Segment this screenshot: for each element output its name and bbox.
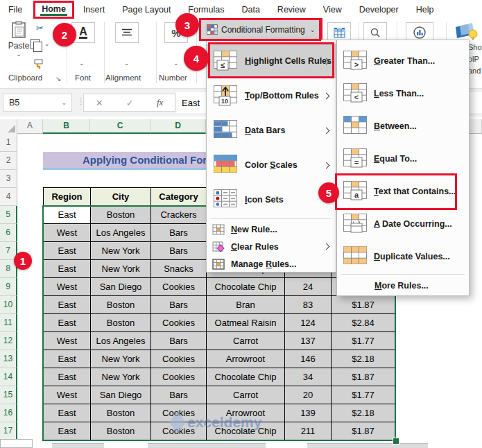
table-cell[interactable]: Boston bbox=[91, 296, 151, 314]
table-cell[interactable]: Boston bbox=[91, 206, 151, 224]
table-cell[interactable]: Bars bbox=[151, 242, 207, 260]
table-cell[interactable]: Cookies bbox=[151, 368, 207, 386]
table-cell[interactable]: East bbox=[44, 368, 91, 386]
tab-file[interactable]: File bbox=[8, 5, 22, 15]
table-cell[interactable]: West bbox=[44, 278, 91, 296]
table-cell[interactable]: East bbox=[44, 422, 91, 440]
column-header-A[interactable]: A bbox=[17, 119, 43, 134]
cut-icon[interactable]: ✂ bbox=[36, 23, 44, 33]
confirm-entry-icon[interactable]: ✓ bbox=[126, 98, 134, 108]
table-cell[interactable]: $2.84 bbox=[332, 314, 395, 332]
paste-dropdown-chevron[interactable]: ⌄ bbox=[6, 51, 32, 58]
table-cell[interactable]: East bbox=[44, 242, 91, 260]
table-cell[interactable]: $1.87 bbox=[332, 422, 395, 440]
table-cell[interactable]: San Diego bbox=[91, 278, 151, 296]
table-cell[interactable]: 137 bbox=[285, 332, 332, 350]
table-cell[interactable]: 83 bbox=[285, 296, 332, 314]
menu-item-new-rule[interactable]: New Rule... bbox=[207, 221, 336, 238]
table-header-cell[interactable]: Region bbox=[44, 188, 91, 206]
tab-insert[interactable]: Insert bbox=[83, 5, 105, 15]
table-header-cell[interactable]: Category bbox=[151, 188, 207, 206]
table-cell[interactable]: Bars bbox=[151, 386, 207, 404]
copy-dropdown-chevron[interactable]: ⌄ bbox=[44, 40, 50, 47]
alignment-group-chevron[interactable]: ⌄ bbox=[124, 60, 130, 67]
table-cell[interactable]: Cookies bbox=[151, 314, 207, 332]
table-cell[interactable]: Los Angeles bbox=[91, 224, 151, 242]
format-painter-icon[interactable] bbox=[33, 58, 46, 69]
tab-help[interactable]: Help bbox=[416, 5, 434, 15]
table-cell[interactable]: $1.77 bbox=[332, 332, 395, 350]
table-cell[interactable]: New York bbox=[91, 350, 151, 368]
row-header-4[interactable]: 4 bbox=[0, 188, 17, 206]
submenu-item-between[interactable]: Between... bbox=[337, 110, 469, 142]
row-header-6[interactable]: 6 bbox=[0, 224, 17, 242]
row-header-12[interactable]: 12 bbox=[0, 332, 17, 350]
dialog-launcher-icon[interactable]: ↘ bbox=[55, 75, 61, 83]
submenu-item-less-than[interactable]: < Less Than... bbox=[337, 77, 469, 110]
row-header-14[interactable]: 14 bbox=[0, 368, 17, 386]
table-cell[interactable]: Arrowroot bbox=[207, 350, 285, 368]
table-cell[interactable]: Boston bbox=[91, 404, 151, 422]
name-box[interactable]: B5 ⌄ bbox=[3, 94, 72, 112]
table-cell[interactable]: East bbox=[44, 404, 91, 422]
table-cell[interactable]: 146 bbox=[285, 350, 332, 368]
table-cell[interactable]: $2.18 bbox=[332, 350, 395, 368]
table-cell[interactable]: New York bbox=[91, 242, 151, 260]
column-header-D[interactable]: D bbox=[150, 119, 206, 134]
table-cell[interactable]: East bbox=[44, 350, 91, 368]
submenu-item-greater-than[interactable]: > Greater Than... bbox=[337, 44, 469, 77]
select-all-corner[interactable] bbox=[0, 119, 17, 134]
table-cell[interactable]: West bbox=[44, 224, 91, 242]
menu-item-icon-sets[interactable]: Icon Sets bbox=[207, 182, 336, 217]
table-cell[interactable]: 24 bbox=[285, 278, 332, 296]
tab-page-layout[interactable]: Page Layout bbox=[122, 5, 171, 15]
menu-item-top-bottom-rules[interactable]: 10 Top/Bottom Rules bbox=[207, 78, 336, 113]
tab-home[interactable]: Home bbox=[33, 1, 74, 19]
table-cell[interactable]: $1.77 bbox=[332, 386, 395, 404]
table-cell[interactable]: $1.87 bbox=[332, 368, 395, 386]
row-header-17[interactable]: 17 bbox=[0, 422, 17, 440]
table-cell[interactable]: Cookies bbox=[151, 350, 207, 368]
number-group-chevron[interactable]: ⌄ bbox=[173, 60, 179, 67]
tab-review[interactable]: Review bbox=[277, 5, 306, 15]
column-header-C[interactable]: C bbox=[90, 119, 150, 134]
row-header-9[interactable]: 9 bbox=[0, 278, 17, 296]
row-header-13[interactable]: 13 bbox=[0, 350, 17, 368]
row-header-10[interactable]: 10 bbox=[0, 296, 17, 314]
name-box-chevron[interactable]: ⌄ bbox=[61, 99, 67, 106]
table-cell[interactable]: Chocolate Chip bbox=[207, 278, 285, 296]
fill-handle[interactable] bbox=[393, 438, 399, 445]
cancel-entry-icon[interactable]: ✕ bbox=[96, 98, 103, 108]
menu-item-data-bars[interactable]: Data Bars bbox=[207, 113, 336, 148]
table-cell[interactable]: Boston bbox=[91, 314, 151, 332]
table-cell[interactable]: East bbox=[44, 314, 91, 332]
conditional-formatting-button[interactable]: Conditional Formatting ⌄ bbox=[199, 18, 322, 41]
table-cell[interactable]: Boston bbox=[91, 422, 151, 440]
table-cell[interactable]: 124 bbox=[285, 314, 332, 332]
column-header-B[interactable]: B bbox=[43, 119, 90, 134]
table-cell[interactable]: San Diego bbox=[91, 386, 151, 404]
insert-function-icon[interactable]: fx bbox=[157, 97, 163, 108]
table-cell[interactable]: 20 bbox=[285, 386, 332, 404]
row-header-15[interactable]: 15 bbox=[0, 386, 17, 404]
row-header-2[interactable]: 2 bbox=[0, 152, 17, 170]
table-cell[interactable]: Carrot bbox=[207, 386, 285, 404]
menu-item-color-scales[interactable]: Color Scales bbox=[207, 148, 336, 182]
submenu-item-equal-to[interactable]: = Equal To... bbox=[337, 142, 469, 175]
table-cell[interactable]: West bbox=[44, 386, 91, 404]
tab-view[interactable]: View bbox=[323, 5, 342, 15]
table-cell[interactable]: Bars bbox=[151, 296, 207, 314]
table-cell[interactable]: Oatmeal Raisin bbox=[207, 314, 285, 332]
table-cell[interactable]: Carrot bbox=[207, 332, 285, 350]
table-cell[interactable]: New York bbox=[91, 260, 151, 278]
table-cell[interactable]: East bbox=[44, 260, 91, 278]
table-cell[interactable]: Bars bbox=[151, 332, 207, 350]
table-cell[interactable]: Bars bbox=[151, 224, 207, 242]
paste-button[interactable]: Paste ⌄ bbox=[6, 21, 32, 69]
table-cell[interactable]: Bran bbox=[207, 296, 285, 314]
menu-item-highlight-cells-rules[interactable]: ≤ Highlight Cells Rules bbox=[207, 44, 336, 78]
table-cell[interactable]: $1.87 bbox=[332, 296, 395, 314]
alignment-button[interactable] bbox=[115, 22, 139, 43]
row-header-1[interactable]: 1 bbox=[0, 134, 17, 152]
submenu-item-more-rules[interactable]: More Rules... bbox=[337, 276, 469, 295]
